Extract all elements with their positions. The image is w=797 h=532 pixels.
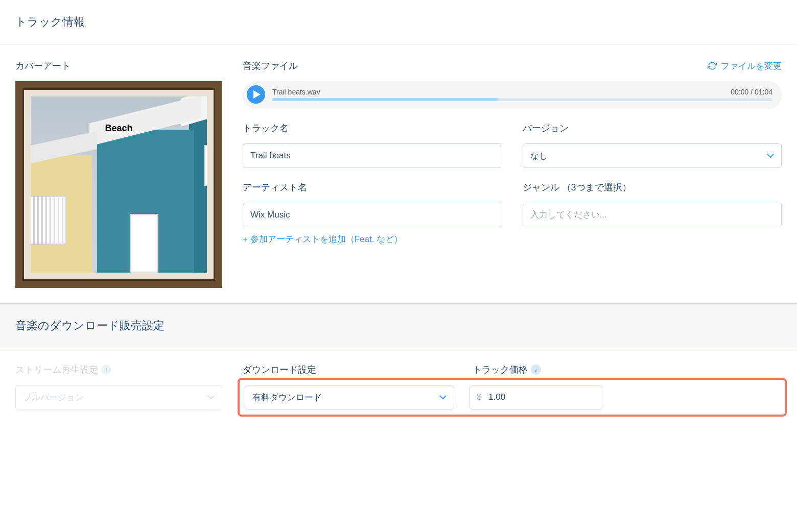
- genre-label: ジャンル （3つまで選択）: [523, 181, 782, 194]
- play-button[interactable]: [247, 85, 265, 104]
- change-file-label: ファイルを変更: [721, 60, 782, 72]
- track-price-label: トラック価格: [473, 364, 528, 376]
- refresh-icon: [708, 61, 717, 70]
- stream-settings-value: フルバージョン: [23, 392, 84, 403]
- add-featured-artist-link[interactable]: + 参加アーティストを追加（Feat. など）: [243, 233, 403, 245]
- track-info-title: トラック情報: [15, 15, 85, 28]
- download-sales-title: 音楽のダウンロード販売設定: [15, 319, 165, 332]
- download-settings-label: ダウンロード設定: [243, 364, 452, 376]
- currency-symbol: $: [470, 392, 488, 402]
- info-icon[interactable]: i: [531, 365, 541, 375]
- chevron-down-icon: [767, 154, 774, 158]
- download-settings-select[interactable]: 有料ダウンロード: [245, 385, 454, 409]
- cover-art-image[interactable]: Beach: [15, 81, 222, 288]
- play-icon: [253, 90, 261, 99]
- track-info-header: トラック情報: [0, 0, 797, 44]
- player-time: 00:00 / 01:04: [731, 88, 772, 96]
- chevron-down-icon: [207, 395, 215, 399]
- version-value: なし: [530, 150, 548, 162]
- stream-settings-label: ストリーム再生設定: [15, 364, 98, 376]
- chevron-down-icon: [439, 395, 447, 399]
- player-progress[interactable]: [272, 98, 772, 101]
- cover-art-label: カバーアート: [15, 60, 222, 72]
- track-name-label: トラック名: [243, 122, 502, 134]
- track-name-input[interactable]: [243, 143, 502, 168]
- genre-input[interactable]: [523, 203, 782, 227]
- version-label: バージョン: [523, 122, 782, 134]
- track-price-label-row: トラック価格 i: [473, 364, 782, 376]
- artist-name-label: アーティスト名: [243, 181, 502, 194]
- audio-player: Trail beats.wav 00:00 / 01:04: [243, 81, 782, 108]
- stream-settings-label-row: ストリーム再生設定 i: [15, 364, 222, 376]
- download-sales-header: 音楽のダウンロード販売設定: [0, 303, 797, 348]
- music-file-label: 音楽ファイル: [243, 60, 298, 72]
- price-input[interactable]: [488, 392, 602, 402]
- change-file-button[interactable]: ファイルを変更: [708, 60, 782, 72]
- track-price-field[interactable]: $: [470, 385, 602, 409]
- stream-settings-select: フルバージョン: [15, 385, 222, 409]
- album-title: Beach: [105, 123, 132, 134]
- version-select[interactable]: なし: [523, 143, 782, 168]
- info-icon[interactable]: i: [101, 365, 111, 375]
- download-settings-value: 有料ダウンロード: [252, 392, 322, 403]
- artist-name-input[interactable]: [243, 203, 502, 227]
- player-filename: Trail beats.wav: [272, 88, 320, 96]
